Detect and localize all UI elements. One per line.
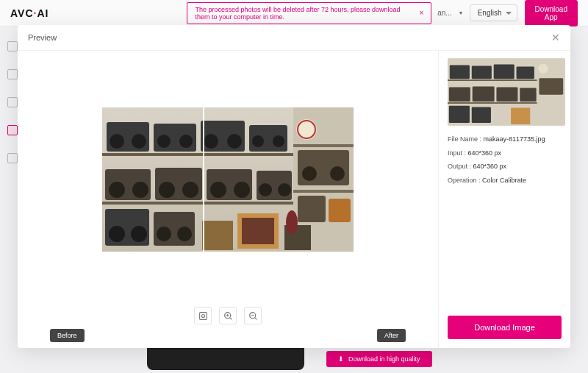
- svg-point-37: [177, 227, 192, 241]
- svg-point-31: [298, 121, 315, 138]
- svg-rect-58: [448, 79, 537, 81]
- thumbnail[interactable]: [448, 58, 565, 126]
- svg-rect-69: [472, 107, 491, 124]
- svg-point-46: [330, 166, 345, 181]
- before-button[interactable]: Before: [50, 329, 85, 342]
- preview-modal: Preview ✕: [18, 25, 570, 348]
- svg-point-34: [131, 226, 147, 242]
- svg-rect-64: [449, 87, 470, 102]
- meta-input: Input : 640*360 px: [448, 149, 562, 158]
- svg-rect-4: [293, 144, 354, 147]
- svg-rect-2: [102, 202, 293, 205]
- input-label: Input :: [448, 149, 466, 157]
- preview-pane: Before After: [18, 51, 438, 348]
- svg-point-10: [110, 134, 124, 149]
- meta-filename: File Name : makaay-8117735.jpg: [448, 135, 562, 144]
- svg-point-17: [273, 135, 284, 147]
- svg-point-16: [252, 135, 264, 147]
- svg-point-45: [302, 166, 317, 181]
- svg-point-22: [109, 182, 125, 198]
- output-label: Output :: [448, 163, 471, 170]
- operation-label: Operation :: [448, 177, 481, 184]
- close-icon[interactable]: ✕: [551, 32, 560, 43]
- svg-rect-40: [242, 218, 274, 244]
- svg-rect-44: [329, 199, 351, 222]
- info-pane: File Name : makaay-8117735.jpg Input : 6…: [438, 51, 570, 348]
- svg-point-47: [286, 210, 298, 234]
- svg-point-36: [157, 227, 171, 241]
- output-value: 640*360 px: [473, 163, 507, 170]
- modal-header: Preview ✕: [18, 25, 570, 51]
- comparison-slider[interactable]: [203, 107, 204, 252]
- svg-point-29: [278, 183, 291, 196]
- svg-rect-65: [473, 87, 495, 102]
- svg-rect-70: [511, 108, 530, 124]
- fit-screen-button[interactable]: [194, 307, 212, 324]
- svg-rect-63: [517, 66, 534, 79]
- svg-point-12: [157, 135, 171, 148]
- svg-rect-67: [520, 88, 536, 102]
- svg-rect-60: [450, 65, 470, 79]
- svg-point-23: [132, 182, 148, 198]
- svg-point-24: [159, 182, 175, 198]
- svg-point-11: [132, 134, 146, 149]
- preview-image[interactable]: [102, 107, 354, 252]
- zoom-controls: [50, 307, 406, 324]
- svg-rect-72: [539, 78, 563, 94]
- meta-operation: Operation : Color Calibrate: [448, 176, 562, 185]
- svg-rect-61: [472, 65, 492, 79]
- download-image-button[interactable]: Download Image: [448, 316, 562, 339]
- svg-rect-68: [449, 106, 470, 123]
- svg-rect-66: [496, 87, 517, 102]
- svg-point-26: [210, 182, 226, 198]
- zoom-in-button[interactable]: [219, 307, 237, 324]
- svg-rect-59: [448, 102, 537, 104]
- operation-value: Color Calibrate: [482, 177, 526, 184]
- svg-rect-38: [202, 221, 233, 250]
- svg-rect-1: [102, 153, 293, 156]
- svg-point-27: [234, 182, 250, 198]
- svg-rect-48: [199, 312, 207, 319]
- svg-line-55: [254, 317, 256, 319]
- svg-rect-43: [298, 196, 326, 222]
- svg-point-71: [539, 64, 548, 74]
- svg-point-13: [179, 135, 193, 148]
- svg-point-15: [227, 134, 242, 149]
- filename-value: makaay-8117735.jpg: [484, 135, 545, 143]
- svg-line-51: [229, 317, 231, 319]
- modal-title: Preview: [28, 33, 57, 42]
- svg-point-14: [204, 134, 218, 149]
- svg-rect-62: [494, 65, 514, 79]
- input-value: 640*360 px: [468, 149, 502, 157]
- svg-point-25: [182, 182, 198, 198]
- svg-point-28: [259, 183, 272, 196]
- svg-rect-5: [293, 190, 354, 193]
- after-button[interactable]: After: [377, 329, 406, 342]
- svg-point-33: [109, 226, 125, 242]
- svg-point-49: [201, 314, 204, 317]
- meta-output: Output : 640*360 px: [448, 162, 562, 171]
- filename-label: File Name :: [448, 135, 481, 143]
- zoom-out-button[interactable]: [244, 307, 262, 324]
